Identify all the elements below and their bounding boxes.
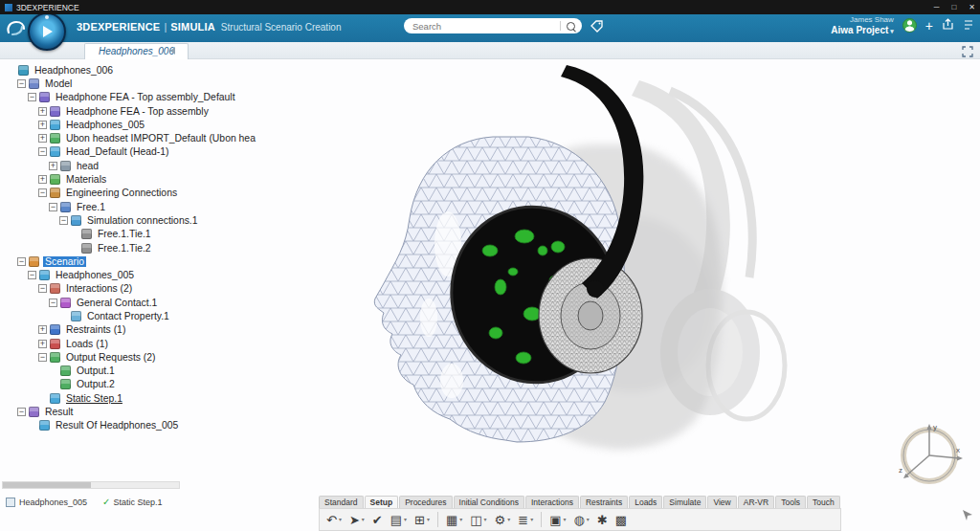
apps-icon[interactable]: ▩	[615, 514, 627, 526]
tree-item-materials[interactable]: +Materials	[3, 172, 252, 186]
active-step-status[interactable]: ✓ Static Step.1	[102, 497, 162, 507]
tree-item-loads-1[interactable]: +Loads (1)	[3, 337, 252, 350]
tree-item-contact-property-1[interactable]: Contact Property.1	[3, 309, 252, 322]
expand-toggle-icon[interactable]: +	[38, 107, 47, 116]
search-bar[interactable]	[404, 18, 582, 33]
tree-horizontal-scrollbar[interactable]	[2, 481, 180, 489]
active-document-status[interactable]: Headphones_005	[6, 498, 87, 507]
expand-toggle-icon[interactable]: +	[38, 340, 47, 348]
ribbon-tab-procedures[interactable]: Procedures	[399, 496, 452, 508]
collapse-toggle-icon[interactable]: −	[17, 408, 26, 416]
collapse-toggle-icon[interactable]: −	[38, 284, 47, 293]
list-icon[interactable]: ≣▾	[518, 514, 533, 526]
collapse-toggle-icon[interactable]: −	[59, 216, 68, 225]
tree-item-output-requests-2[interactable]: −Output Requests (2)	[3, 350, 252, 364]
tree-item-headphone-fea-top-assembly[interactable]: +Headphone FEA - Top assembly	[3, 104, 252, 118]
search-icon[interactable]	[567, 22, 575, 31]
user-block[interactable]: James Shaw Aiwa Project▾	[831, 15, 894, 36]
mesh-icon[interactable]: ▦▾	[446, 514, 462, 526]
chevron-down-icon[interactable]: ▾	[362, 517, 365, 522]
tree-item-model[interactable]: −Model	[3, 77, 252, 90]
tree-item-headphones-006[interactable]: Headphones_006	[3, 63, 252, 77]
tree-item-engineering-connections[interactable]: −Engineering Connections	[3, 187, 252, 200]
tree-item-interactions-2[interactable]: −Interactions (2)	[3, 282, 252, 296]
chevron-down-icon[interactable]: ▾	[339, 517, 342, 522]
ribbon-tab-standard[interactable]: Standard	[319, 496, 364, 508]
expand-toggle-icon[interactable]: +	[38, 134, 47, 143]
ribbon-tab-loads[interactable]: Loads	[629, 496, 662, 508]
section-icon[interactable]: ◫▾	[470, 514, 486, 526]
collapse-toggle-icon[interactable]: −	[28, 93, 36, 101]
ribbon-tab-interactions[interactable]: Interactions	[525, 496, 579, 508]
display-group-icon[interactable]: ◍▾	[574, 514, 590, 526]
collapse-toggle-icon[interactable]: −	[38, 353, 47, 362]
model-table-icon[interactable]: ⊞▾	[414, 514, 430, 526]
tree-item-headphones-005[interactable]: −Headphones_005	[3, 268, 252, 281]
tree-item-head-default-head-1[interactable]: −Head_Default (Head-1)	[3, 145, 252, 159]
collapse-toggle-icon[interactable]: −	[28, 271, 36, 279]
ribbon-tab-restraints[interactable]: Restraints	[580, 496, 628, 508]
tree-item-restraints-1[interactable]: +Restraints (1)	[3, 323, 252, 337]
tools-icon[interactable]: ✱	[597, 514, 608, 526]
collapse-toggle-icon[interactable]: −	[38, 188, 47, 197]
fullscreen-icon[interactable]	[962, 44, 973, 61]
tree-item-general-contact-1[interactable]: −General Contact.1	[3, 296, 252, 309]
collapse-toggle-icon[interactable]: −	[17, 257, 26, 266]
expand-toggle-icon[interactable]: +	[49, 162, 57, 170]
avatar-icon[interactable]	[902, 18, 917, 33]
maximize-button[interactable]: □	[951, 3, 956, 11]
add-content-button[interactable]: +	[925, 19, 933, 33]
undo-icon[interactable]: ↶▾	[326, 514, 342, 526]
collapse-toggle-icon[interactable]: −	[38, 147, 47, 156]
ribbon-tab-ar-vr[interactable]: AR-VR	[738, 496, 774, 508]
chevron-down-icon[interactable]: ▾	[564, 517, 567, 522]
ribbon-tab-touch[interactable]: Touch	[807, 496, 840, 508]
properties-icon[interactable]: ⚙▾	[495, 514, 511, 526]
chevron-down-icon[interactable]: ▾	[484, 517, 487, 522]
scrollbar-thumb[interactable]	[3, 482, 91, 488]
tree-item-free-1-tie-1[interactable]: Free.1.Tie.1	[3, 228, 252, 241]
ribbon-tab-setup[interactable]: Setup	[365, 496, 399, 508]
collapse-toggle-icon[interactable]: −	[49, 203, 57, 211]
search-input[interactable]	[411, 20, 553, 33]
collapse-toggle-icon[interactable]: −	[49, 299, 57, 307]
ribbon-tab-simulate[interactable]: Simulate	[663, 496, 706, 508]
compass-icon[interactable]	[28, 12, 66, 51]
close-button[interactable]: ✕	[969, 3, 975, 11]
output-icon[interactable]: ▣▾	[549, 514, 566, 526]
tree-item-ubon-headset-import-default-ubon-hea[interactable]: +Ubon headset IMPORT_Default (Ubon hea	[3, 131, 252, 144]
ribbon-tab-tools[interactable]: Tools	[775, 496, 806, 508]
expand-toggle-icon[interactable]: +	[38, 175, 47, 184]
panel-collapse-arrow[interactable]	[170, 47, 175, 55]
chevron-down-icon[interactable]: ▾	[459, 517, 462, 522]
pointer-update-icon[interactable]: ➤▾	[349, 514, 365, 526]
model-check-icon[interactable]: ✔	[372, 514, 383, 526]
tree-item-output-1[interactable]: Output.1	[3, 365, 252, 378]
ribbon-tab-initial-conditions[interactable]: Initial Conditions	[454, 496, 524, 508]
tree-item-scenario[interactable]: −Scenario	[3, 254, 252, 268]
chevron-down-icon[interactable]: ▾	[507, 517, 510, 522]
chevron-down-icon[interactable]: ▾	[404, 517, 407, 522]
tree-item-headphone-fea-top-assembly-default[interactable]: −Headphone FEA - Top assembly_Default	[3, 91, 252, 104]
chevron-down-icon[interactable]: ▾	[427, 517, 430, 522]
minimize-button[interactable]: ─	[934, 3, 940, 11]
share-icon[interactable]	[942, 18, 954, 33]
collapse-toggle-icon[interactable]: −	[17, 79, 26, 88]
material-palette-icon[interactable]: ▤▾	[390, 514, 407, 526]
tag-icon[interactable]	[590, 19, 604, 36]
tree-item-static-step-1[interactable]: Static Step.1	[3, 391, 252, 405]
expand-toggle-icon[interactable]: +	[38, 325, 47, 334]
tree-item-output-2[interactable]: Output.2	[3, 378, 252, 391]
orientation-triad[interactable]: y x z	[894, 420, 965, 491]
tree-item-simulation-connections-1[interactable]: −Simulation connections.1	[3, 213, 252, 227]
tree-item-headphones-005[interactable]: +Headphones_005	[3, 118, 252, 131]
expand-toggle-icon[interactable]: +	[38, 121, 47, 129]
collaboration-icon[interactable]	[963, 19, 974, 33]
chevron-down-icon[interactable]: ▾	[530, 517, 533, 522]
chevron-down-icon[interactable]: ▾	[587, 517, 590, 522]
tree-item-head[interactable]: +head	[3, 159, 252, 172]
ribbon-tab-view[interactable]: View	[707, 496, 736, 508]
robot-cursor-icon[interactable]	[961, 508, 974, 525]
tree-item-result[interactable]: −Result	[3, 405, 252, 418]
tree-item-free-1-tie-2[interactable]: Free.1.Tie.2	[3, 241, 252, 254]
